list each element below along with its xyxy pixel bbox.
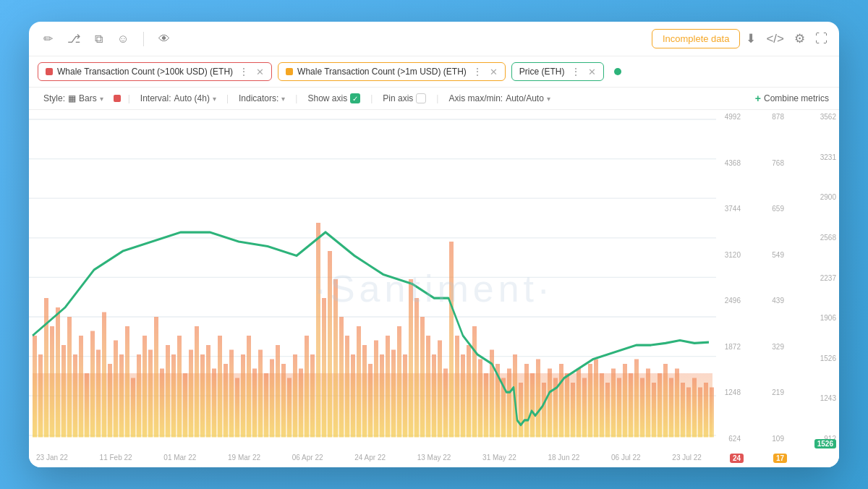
pin-axis-control[interactable]: Pin axis [378,92,430,105]
svg-rect-78 [426,336,430,437]
toolbar-right-icons: ⬇ </> ⚙ ⛶ [746,31,827,46]
badge-red-value: 24 [730,454,744,463]
svg-rect-50 [264,373,268,437]
svg-rect-107 [594,360,598,438]
y-right-val-4: 2568 [820,234,836,242]
svg-rect-35 [177,336,182,437]
pin-axis-checkbox[interactable] [416,93,426,103]
svg-rect-21 [96,350,101,438]
svg-rect-71 [386,336,390,437]
style-value: Bars [79,93,97,103]
interval-control[interactable]: Interval: Auto (4h) ▾ [136,92,221,105]
show-axis-checkbox[interactable]: ✓ [350,93,360,103]
y-mid-val-4: 549 [772,251,784,259]
svg-rect-120 [669,378,673,438]
svg-rect-76 [414,298,419,437]
indicators-control[interactable]: Indicators: ▾ [234,92,289,105]
metric-tag-whale-1m: Whale Transaction Count (>1m USD) (ETH) … [278,62,506,81]
svg-rect-61 [328,251,332,437]
svg-rect-106 [588,364,592,437]
svg-rect-58 [310,354,315,437]
style-label: Style: [43,93,65,103]
y-right-val-2: 3231 [820,153,836,161]
x-label-10: 06 Jul 22 [611,454,641,462]
incomplete-data-button[interactable]: Incomplete data [652,29,741,48]
svg-rect-66 [357,326,361,437]
toolbar-icons: ✏ ⎇ ⧉ ☺ 👁 [41,29,646,48]
show-axis-control[interactable]: Show axis ✓ [303,92,365,105]
svg-rect-83 [455,336,459,437]
svg-rect-19 [85,373,89,437]
metric-label-price: Price (ETH) [519,67,565,77]
svg-rect-29 [142,336,147,437]
separator-1: | [128,93,130,103]
pen-icon[interactable]: ✏ [41,29,56,48]
x-label-6: 24 Apr 22 [354,454,386,462]
svg-rect-13 [50,326,54,437]
svg-rect-54 [287,378,292,438]
branch-icon[interactable]: ⎇ [64,29,83,48]
svg-rect-87 [478,360,482,438]
x-label-3: 01 Mar 22 [163,454,196,462]
combine-metrics-button[interactable]: + Combine metrics [755,93,829,104]
y-mid-val-6: 329 [772,343,784,351]
eye-icon[interactable]: 👁 [156,30,173,48]
metric-close-price[interactable]: ✕ [588,67,596,77]
download-icon[interactable]: ⬇ [746,31,756,46]
metric-color-orange [286,68,293,75]
settings-icon[interactable]: ⚙ [794,31,805,46]
y-right-val-5: 2237 [820,274,836,282]
svg-rect-53 [281,364,286,437]
metric-close-whale-100k[interactable]: ✕ [256,67,264,77]
y-right-val-1: 3562 [820,113,836,121]
axis-maxmin-chevron-icon: ▾ [547,95,550,103]
svg-rect-18 [79,336,83,437]
svg-rect-39 [200,354,205,437]
svg-rect-92 [507,369,511,438]
y-left-val-3: 3744 [725,205,741,213]
svg-rect-124 [692,378,697,438]
metric-close-whale-1m[interactable]: ✕ [490,67,498,77]
svg-rect-17 [73,354,77,437]
expand-icon[interactable]: ⛶ [815,32,827,46]
combine-label: Combine metrics [764,93,829,103]
y-left-val-5: 2496 [725,297,741,305]
style-bars-icon: ▦ [68,93,76,103]
svg-rect-112 [623,364,627,437]
axis-maxmin-control[interactable]: Axis max/min: Auto/Auto ▾ [444,92,554,105]
svg-rect-64 [345,336,349,437]
metric-more-price[interactable]: ⋮ [569,66,582,77]
svg-rect-38 [195,326,199,437]
indicators-label: Indicators: [239,93,278,103]
svg-rect-113 [629,373,633,437]
svg-rect-20 [90,331,95,438]
copy-icon[interactable]: ⧉ [92,30,106,48]
style-chevron-icon: ▾ [100,95,103,103]
svg-rect-30 [148,350,153,438]
x-label-2: 11 Feb 22 [100,454,132,462]
svg-rect-65 [351,354,355,437]
svg-rect-105 [582,378,587,438]
code-icon[interactable]: </> [766,32,784,46]
metric-more-whale-100k[interactable]: ⋮ [237,66,250,77]
metric-label-whale-100k: Whale Transaction Count (>100k USD) (ETH… [57,67,233,77]
svg-rect-60 [322,298,326,437]
svg-rect-37 [189,350,193,438]
svg-rect-111 [617,378,621,438]
style-control[interactable]: Style: ▦ Bars ▾ [39,92,108,105]
style-color-swatch[interactable] [114,95,121,102]
svg-rect-75 [409,279,413,437]
svg-rect-22 [102,312,106,438]
y-left-val-6: 1872 [725,343,741,351]
y-mid-val-1: 878 [772,113,784,121]
metric-more-whale-1m[interactable]: ⋮ [471,66,484,77]
indicators-chevron-icon: ▾ [281,95,285,103]
divider [143,32,144,46]
svg-rect-74 [403,354,407,437]
svg-rect-43 [224,364,228,437]
y-left-val-1: 4992 [725,113,741,121]
emoji-icon[interactable]: ☺ [114,30,132,48]
svg-rect-117 [652,383,656,437]
axis-maxmin-value: Auto/Auto [506,93,544,103]
badge-orange-value: 17 [773,454,787,463]
